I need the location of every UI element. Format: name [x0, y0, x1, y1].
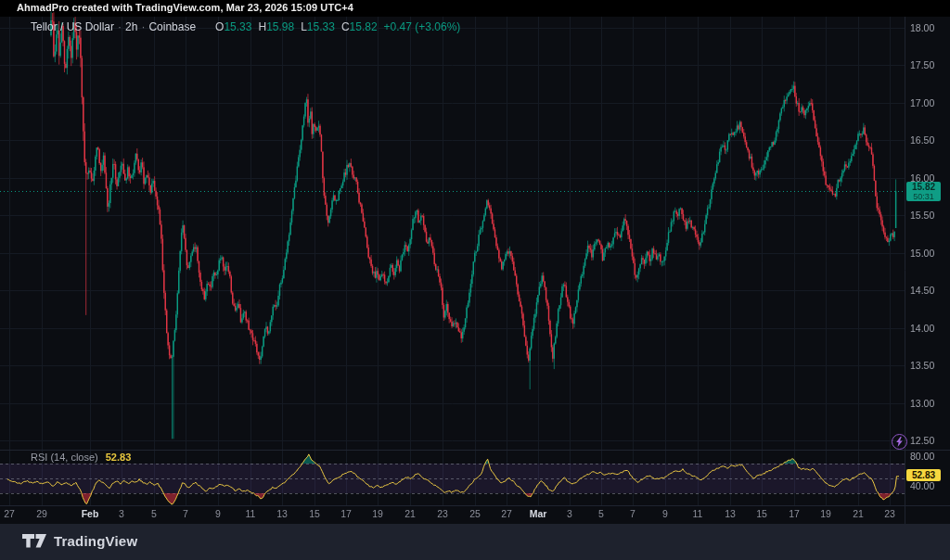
time-axis-tick: 17	[340, 508, 352, 519]
high-value: 15.98	[266, 20, 294, 33]
tradingview-logo-text: TradingView	[54, 533, 137, 549]
time-axis-tick: Feb	[82, 508, 99, 519]
time-axis-tick: 27	[4, 508, 15, 519]
bottom-toolbar: TradingView	[0, 524, 950, 560]
legend-separator: ·	[118, 20, 122, 33]
time-axis-tick: 3	[119, 508, 124, 519]
tradingview-chart-window: AhmadPro created with TradingView.com, M…	[0, 0, 950, 560]
quick-trade-button[interactable]	[892, 434, 907, 450]
rsi-axis-label: 52.83	[906, 469, 941, 481]
price-axis-tick: 14.00	[910, 323, 934, 334]
close-label: C	[341, 20, 350, 33]
time-axis-tick: 15	[309, 508, 320, 519]
rsi-current-value: 52.83	[106, 452, 132, 463]
close-value: 15.82	[350, 20, 378, 33]
symbol-exchange: Coinbase	[148, 20, 196, 33]
price-axis-tick: 13.50	[910, 360, 934, 371]
symbol-interval[interactable]: 2h	[125, 20, 137, 33]
price-axis-tick: 15.00	[910, 248, 934, 259]
time-axis-tick: 9	[215, 508, 221, 519]
time-axis-tick: 11	[693, 508, 703, 519]
rsi-axis-tick: 80.00	[910, 451, 934, 462]
time-axis-tick: 9	[662, 508, 668, 519]
lightning-icon	[895, 437, 904, 447]
time-axis-tick: 27	[501, 508, 512, 519]
symbol-legend[interactable]: Tellor / US Dollar·2h·CoinbaseO15.33H15.…	[31, 20, 460, 33]
time-axis-tick: 5	[151, 508, 157, 519]
price-axis-tick: 17.00	[910, 97, 934, 108]
low-label: L	[301, 20, 307, 33]
open-value: 15.33	[224, 20, 251, 33]
time-axis-tick: 15	[756, 508, 767, 519]
time-axis-tick: 25	[469, 508, 481, 519]
time-axis-tick: 21	[404, 508, 416, 519]
price-axis-tick: 17.50	[910, 59, 934, 70]
time-axis-tick: 29	[36, 508, 47, 519]
symbol-name[interactable]: Tellor / US Dollar	[31, 20, 114, 33]
time-axis-tick: 13	[276, 508, 288, 519]
tradingview-logo-icon	[22, 534, 46, 548]
time-axis-tick: 13	[725, 508, 736, 519]
legend-separator: ·	[141, 20, 145, 33]
time-axis-tick: 5	[598, 508, 604, 519]
change-value: +0.47 (+3.06%)	[384, 20, 461, 33]
rsi-legend[interactable]: RSI (14, close)52.83	[31, 452, 131, 463]
price-axis-tick: 13.00	[910, 398, 934, 409]
time-axis-tick: Mar	[530, 508, 547, 519]
time-axis-tick: 7	[630, 508, 635, 519]
price-axis-tick: 18.00	[910, 22, 934, 33]
price-axis-tick: 16.50	[910, 134, 934, 146]
rsi-axis-tick: 40.00	[910, 480, 934, 491]
time-axis-tick: 7	[183, 508, 188, 519]
price-axis-tick: 14.50	[910, 285, 934, 296]
time-axis-tick: 11	[246, 508, 256, 519]
current-price-value: 15.82	[906, 183, 941, 192]
time-axis-tick: 19	[820, 508, 831, 519]
time-axis[interactable]: 2729Feb3579111315171921232527Mar35791113…	[0, 508, 905, 524]
attribution-text: AhmadPro created with TradingView.com, M…	[17, 2, 353, 13]
bar-countdown: 50:31	[906, 192, 941, 201]
price-axis-tick: 12.50	[910, 435, 934, 446]
high-label: H	[258, 20, 266, 33]
price-axis-tick: 15.50	[910, 210, 934, 221]
time-axis-tick: 21	[853, 508, 864, 519]
time-axis-tick: 23	[437, 508, 448, 519]
tradingview-logo[interactable]: TradingView	[22, 533, 137, 549]
price-chart-canvas[interactable]	[0, 0, 950, 560]
rsi-title[interactable]: RSI (14, close)	[31, 452, 98, 463]
time-axis-tick: 23	[884, 508, 895, 519]
time-axis-tick: 17	[789, 508, 800, 519]
time-axis-tick: 19	[372, 508, 383, 519]
ohlc-values: O15.33H15.98L15.33C15.82+0.47 (+3.06%)	[209, 20, 460, 33]
time-axis-tick: 3	[567, 508, 572, 519]
low-value: 15.33	[307, 20, 335, 33]
current-price-label: 15.82 50:31	[906, 182, 941, 201]
